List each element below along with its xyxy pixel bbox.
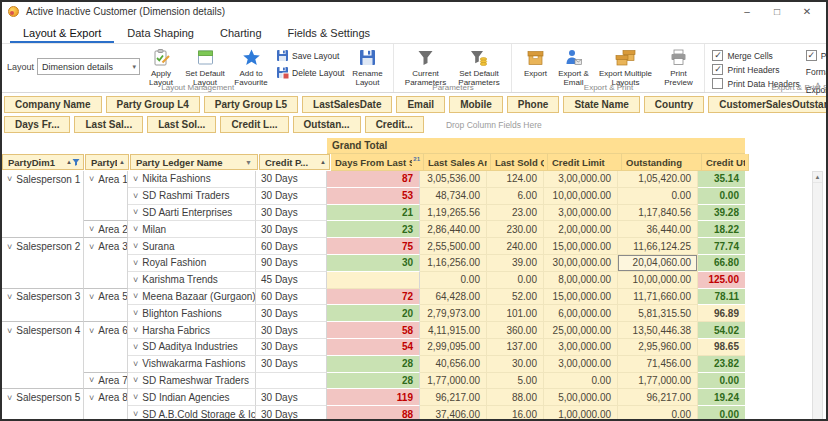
cell-credit-utilization[interactable]: 96.89 <box>698 305 745 322</box>
cell-days-from-last-sales[interactable]: 58 <box>327 322 420 339</box>
collapse-chevron-icon[interactable]: ˅ <box>7 174 12 184</box>
cell-credit-period[interactable]: 30 Days <box>256 305 327 322</box>
cell-last-sold-qty[interactable]: 23.00 <box>487 205 544 222</box>
cell-credit-utilization[interactable]: 54.02 <box>698 322 745 339</box>
data-column-header-2[interactable]: Last Sales Amt <box>424 154 491 171</box>
collapse-chevron-icon[interactable]: ˅ <box>89 292 94 302</box>
cell-credit-limit[interactable]: 3,00,000.00 <box>544 339 618 356</box>
column-field-chip[interactable]: Country <box>644 96 704 113</box>
cell-days-from-last-sales[interactable]: 21 <box>327 205 420 222</box>
cell-salesperson[interactable] <box>2 356 84 373</box>
cell-credit-limit[interactable]: 15,00,000.00 <box>544 289 618 306</box>
cell-area[interactable] <box>84 305 128 322</box>
collapse-chevron-icon[interactable]: ˅ <box>133 174 138 184</box>
add-to-favourite-button[interactable]: Add to Favourite <box>228 47 274 87</box>
cell-credit-utilization[interactable]: 0.00 <box>698 373 745 390</box>
collapse-chevron-icon[interactable]: ˅ <box>133 308 138 318</box>
column-field-chip[interactable]: Party Group L4 <box>106 96 200 113</box>
cell-outstanding[interactable]: 0.00 <box>618 406 698 421</box>
cell-credit-limit[interactable]: 0.00 <box>544 373 618 390</box>
cell-party-ledger-name[interactable]: ˅Meena Bazaar (Gurgaon) <box>128 289 256 306</box>
cell-party-ledger-name[interactable]: ˅SD A.B.Cold Storage & Ice F... <box>128 406 256 421</box>
collapse-chevron-icon[interactable]: ˅ <box>89 224 94 234</box>
cell-last-sales-amt[interactable]: 0.00 <box>420 272 487 289</box>
cell-outstanding[interactable]: 1,77,000.00 <box>618 373 698 390</box>
cell-outstanding[interactable]: 1,05,420.00 <box>618 171 698 188</box>
collapse-chevron-icon[interactable]: ˅ <box>133 275 138 285</box>
save-layout-button[interactable]: Save Layout <box>276 49 344 62</box>
cell-credit-limit[interactable]: 3,00,000.00 <box>544 205 618 222</box>
cell-outstanding[interactable]: 10,00,000.00 <box>618 272 698 289</box>
collapse-chevron-icon[interactable]: ˅ <box>133 375 138 385</box>
export-multiple-layouts-button[interactable]: Export Multiple Layouts <box>593 47 657 87</box>
collapse-chevron-icon[interactable]: ˅ <box>133 207 138 217</box>
cell-last-sales-amt[interactable]: 2,79,973.00 <box>420 305 487 322</box>
cell-credit-period[interactable]: 30 Days <box>256 171 327 188</box>
cell-outstanding[interactable]: 2,95,960.00 <box>618 339 698 356</box>
cell-credit-period[interactable]: 30 Days <box>256 221 327 238</box>
cell-credit-utilization[interactable]: 0.00 <box>698 188 745 205</box>
cell-credit-utilization[interactable]: 23.82 <box>698 356 745 373</box>
cell-credit-period[interactable]: 30 Days <box>256 406 327 421</box>
cell-salesperson[interactable] <box>2 305 84 322</box>
cell-area[interactable] <box>84 255 128 272</box>
column-field-chip[interactable]: Company Name <box>4 96 102 113</box>
row-area-header-2[interactable]: PartyD...▲ <box>85 154 129 170</box>
collapse-chevron-icon[interactable]: ˅ <box>133 392 138 402</box>
cell-last-sold-qty[interactable]: 16.00 <box>487 406 544 421</box>
cell-credit-limit[interactable]: 3,00,000.00 <box>544 356 618 373</box>
collapse-chevron-icon[interactable]: ˅ <box>133 409 138 419</box>
cell-last-sales-amt[interactable]: 40,656.00 <box>420 356 487 373</box>
cell-area[interactable] <box>84 356 128 373</box>
collapse-chevron-icon[interactable]: ˅ <box>89 174 94 184</box>
cell-credit-period[interactable]: 30 Days <box>256 188 327 205</box>
cell-credit-period[interactable]: 45 Days <box>256 272 327 289</box>
cell-days-from-last-sales[interactable]: 88 <box>327 406 420 421</box>
cell-party-ledger-name[interactable]: ˅Nikita Fashions <box>128 171 256 188</box>
cell-credit-utilization[interactable]: 125.00 <box>698 272 745 289</box>
data-field-chip[interactable]: Last Sal... <box>74 116 143 133</box>
collapse-ribbon-icon[interactable]: ∧ <box>814 80 821 90</box>
cell-credit-period[interactable]: 30 Days <box>256 205 327 222</box>
cell-outstanding[interactable]: 36,440.00 <box>618 221 698 238</box>
cell-credit-limit[interactable]: 30,00,000.00 <box>544 255 618 272</box>
cell-days-from-last-sales[interactable]: 75 <box>327 238 420 255</box>
cell-days-from-last-sales[interactable]: 20 <box>327 305 420 322</box>
print-headers-checkbox[interactable]: ✓ Print Headers <box>712 64 799 75</box>
cell-last-sales-amt[interactable]: 1,19,265.56 <box>420 205 487 222</box>
cell-last-sold-qty[interactable]: 360.00 <box>487 322 544 339</box>
cell-credit-limit[interactable]: 1,00,000.00 <box>544 406 618 421</box>
data-column-header-6[interactable]: Credit Utilizati... <box>702 154 749 171</box>
cell-credit-period[interactable] <box>256 373 327 390</box>
cell-outstanding[interactable]: 0.00 <box>618 188 698 205</box>
cell-salesperson[interactable] <box>2 221 84 238</box>
collapse-chevron-icon[interactable]: ˅ <box>133 224 138 234</box>
cell-area[interactable] <box>84 339 128 356</box>
collapse-chevron-icon[interactable]: ˅ <box>133 191 138 201</box>
cell-salesperson[interactable] <box>2 188 84 205</box>
close-button[interactable]: ✕ <box>792 2 822 21</box>
cell-outstanding[interactable]: 71,456.00 <box>618 356 698 373</box>
data-column-header-5[interactable]: Outstanding <box>622 154 702 171</box>
cell-last-sales-amt[interactable]: 2,55,500.00 <box>420 238 487 255</box>
apply-layout-button[interactable]: Apply Layout <box>140 47 182 87</box>
cell-last-sales-amt[interactable]: 2,99,095.00 <box>420 339 487 356</box>
column-field-chip[interactable]: State Name <box>563 96 639 113</box>
tab-charting[interactable]: Charting <box>207 24 275 43</box>
minimize-button[interactable]: – <box>732 2 762 21</box>
cell-outstanding[interactable]: 5,81,315.50 <box>618 305 698 322</box>
cell-credit-limit[interactable]: 5,00,000.00 <box>544 389 618 406</box>
column-field-chip[interactable]: CustomerSalesOutstandingStatus <box>708 96 828 113</box>
cell-party-ledger-name[interactable]: ˅Surana <box>128 238 256 255</box>
cell-credit-period[interactable]: 30 Days <box>256 339 327 356</box>
cell-credit-period[interactable]: 30 Days <box>256 389 327 406</box>
row-area-header-3[interactable]: Party Ledger Name▼ <box>130 154 258 170</box>
tab-fields-settings[interactable]: Fields & Settings <box>275 24 384 43</box>
data-column-header-3[interactable]: Last Sold Qty <box>491 154 548 171</box>
cell-credit-utilization[interactable]: 0.00 <box>698 406 745 421</box>
cell-party-ledger-name[interactable]: ˅SD Rashmi Traders <box>128 188 256 205</box>
column-field-chip[interactable]: Mobile <box>449 96 503 113</box>
cell-salesperson[interactable] <box>2 205 84 222</box>
vertical-scrollbar[interactable]: ▲ <box>812 171 823 421</box>
data-field-chip[interactable]: Last Sol... <box>147 116 216 133</box>
